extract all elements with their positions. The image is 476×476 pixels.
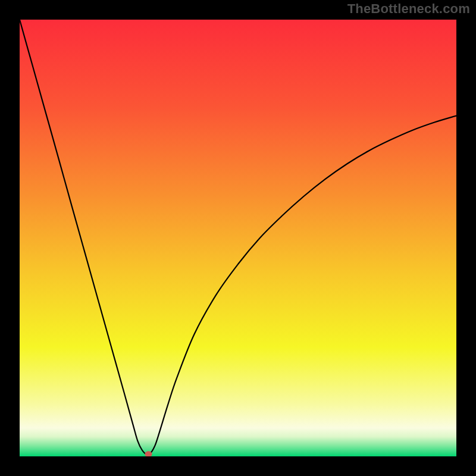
gradient-background: [20, 20, 456, 456]
plot-area: [20, 20, 456, 456]
attribution-label: TheBottleneck.com: [347, 1, 470, 17]
bottleneck-chart: [20, 20, 456, 456]
chart-frame: TheBottleneck.com: [0, 0, 476, 476]
